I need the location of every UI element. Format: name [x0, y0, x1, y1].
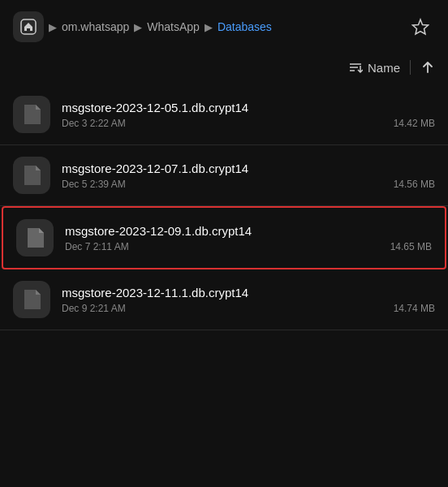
file-info: msgstore-2023-12-07.1.db.crypt14 Dec 5 2…	[62, 162, 435, 190]
file-name: msgstore-2023-12-09.1.db.crypt14	[65, 224, 432, 238]
sort-icon	[348, 60, 363, 75]
home-icon	[19, 18, 37, 36]
list-item[interactable]: msgstore-2023-12-11.1.db.crypt14 Dec 9 2…	[0, 269, 448, 330]
file-meta: Dec 3 2:22 AM 14.42 MB	[62, 118, 435, 129]
file-icon-wrap	[13, 157, 50, 194]
file-icon-wrap	[13, 281, 50, 318]
list-item[interactable]: msgstore-2023-12-07.1.db.crypt14 Dec 5 2…	[0, 145, 448, 206]
breadcrumb-item-whatsapp-package[interactable]: om.whatsapp	[62, 20, 129, 33]
sort-label-text: Name	[368, 61, 400, 75]
file-meta: Dec 7 2:11 AM 14.65 MB	[65, 241, 432, 252]
star-icon	[411, 18, 429, 36]
home-button[interactable]	[13, 11, 44, 42]
sort-direction-button[interactable]	[420, 60, 435, 75]
breadcrumb-item-databases[interactable]: Databases	[218, 20, 272, 33]
sort-bar: Name	[0, 54, 448, 84]
breadcrumb-item-whatsapp[interactable]: WhatsApp	[147, 20, 200, 33]
breadcrumb: ▶ om.whatsapp ▶ WhatsApp ▶ Databases	[49, 20, 401, 33]
file-name: msgstore-2023-12-11.1.db.crypt14	[62, 286, 435, 300]
file-meta: Dec 5 2:39 AM 14.56 MB	[62, 179, 435, 190]
sort-name-button[interactable]: Name	[348, 60, 400, 75]
list-item[interactable]: msgstore-2023-12-05.1.db.crypt14 Dec 3 2…	[0, 84, 448, 145]
file-icon	[24, 226, 45, 249]
file-size: 14.42 MB	[394, 118, 435, 129]
file-info: msgstore-2023-12-09.1.db.crypt14 Dec 7 2…	[65, 224, 432, 252]
file-icon	[21, 164, 42, 187]
file-info: msgstore-2023-12-05.1.db.crypt14 Dec 3 2…	[62, 101, 435, 129]
file-name: msgstore-2023-12-05.1.db.crypt14	[62, 101, 435, 114]
file-info: msgstore-2023-12-11.1.db.crypt14 Dec 9 2…	[62, 286, 435, 314]
file-size: 14.74 MB	[394, 303, 435, 314]
file-icon	[21, 288, 42, 311]
arrow-up-icon	[420, 60, 435, 75]
file-icon	[21, 103, 42, 126]
file-size: 14.56 MB	[394, 179, 435, 190]
file-date: Dec 5 2:39 AM	[62, 179, 126, 190]
file-list: msgstore-2023-12-05.1.db.crypt14 Dec 3 2…	[0, 84, 448, 330]
breadcrumb-separator-1: ▶	[49, 21, 57, 33]
file-date: Dec 7 2:11 AM	[65, 241, 129, 252]
file-name: msgstore-2023-12-07.1.db.crypt14	[62, 162, 435, 175]
list-item-selected[interactable]: msgstore-2023-12-09.1.db.crypt14 Dec 7 2…	[2, 206, 446, 269]
file-size: 14.65 MB	[390, 241, 432, 252]
header: ▶ om.whatsapp ▶ WhatsApp ▶ Databases	[0, 0, 448, 54]
file-icon-wrap	[16, 219, 54, 256]
file-date: Dec 9 2:21 AM	[62, 303, 126, 314]
star-button[interactable]	[406, 12, 435, 41]
breadcrumb-separator-3: ▶	[205, 21, 213, 33]
file-meta: Dec 9 2:21 AM 14.74 MB	[62, 303, 435, 314]
breadcrumb-separator-2: ▶	[134, 21, 142, 33]
file-date: Dec 3 2:22 AM	[62, 118, 126, 129]
file-icon-wrap	[13, 96, 50, 133]
sort-divider	[410, 60, 411, 75]
